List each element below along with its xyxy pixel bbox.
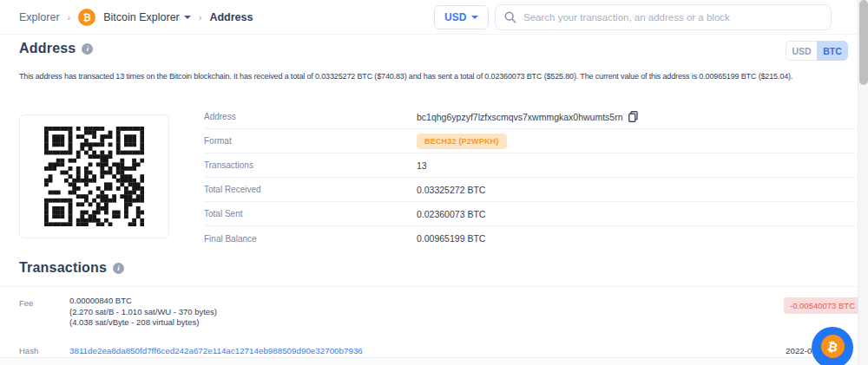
currency-display-toggle: USD BTC	[786, 41, 848, 61]
floating-bitcoin-widget-button[interactable]: ₿	[812, 327, 853, 365]
row-label: Final Balance	[204, 234, 417, 244]
fee-rate-line-2: (4.038 sat/vByte - 208 virtual bytes)	[69, 317, 217, 329]
total-received-value: 0.03325272 BTC	[417, 185, 485, 195]
transactions-title: Transactions	[19, 260, 107, 276]
chevron-down-icon	[471, 16, 478, 19]
qr-code-image	[44, 127, 144, 226]
format-badge: BECH32 (P2WPKH)	[417, 134, 507, 149]
currency-selector-button[interactable]: USD	[434, 5, 489, 29]
breadcrumb-separator-icon: ›	[199, 12, 202, 23]
fee-label: Fee	[19, 298, 33, 308]
balance-change-badge: -0.00540073 BTC	[784, 297, 861, 314]
fee-rate-line-1: (2.270 sat/B - 1.010 sat/WU - 370 bytes)	[69, 307, 217, 318]
transactions-section-header: Transactions i	[19, 260, 124, 276]
hash-label: Hash	[19, 346, 38, 355]
table-row-total-received: Total Received 0.03325272 BTC	[204, 178, 855, 202]
table-row-format: Format BECH32 (P2WPKH)	[204, 129, 855, 153]
search-icon	[504, 11, 516, 23]
table-row-total-sent: Total Sent 0.02360073 BTC	[204, 202, 855, 226]
address-details-table: Address bc1qhg6ypzyf7lzfxscmqvs7xwmmgkax…	[204, 105, 855, 251]
breadcrumb-separator-icon: ›	[68, 12, 71, 23]
toggle-btc-button[interactable]: BTC	[817, 41, 848, 61]
total-sent-value: 0.02360073 BTC	[417, 209, 485, 219]
table-row-address: Address bc1qhg6ypzyf7lzfxscmqvs7xwmmgkax…	[204, 105, 855, 129]
scrollbar-thumb[interactable]	[859, 0, 868, 85]
qr-code-card	[19, 114, 169, 238]
transactions-count: 13	[417, 160, 427, 171]
currency-selector-label: USD	[444, 11, 466, 23]
bitcoin-logo-icon: ₿	[78, 9, 95, 26]
table-row-final-balance: Final Balance 0.00965199 BTC	[204, 226, 855, 251]
breadcrumb-explorer-link[interactable]: Explorer	[19, 11, 60, 23]
fee-details: 0.00000840 BTC (2.270 sat/B - 1.010 sat/…	[69, 296, 217, 329]
copy-icon[interactable]	[628, 111, 638, 122]
fee-btc-amount: 0.00000840 BTC	[69, 296, 217, 307]
transaction-hash-link[interactable]: 3811de2ea8da850fd7ff6ced242a672e114ac127…	[69, 346, 363, 355]
address-summary-text: This address has transacted 13 times on …	[19, 72, 858, 81]
toggle-usd-button[interactable]: USD	[786, 41, 817, 61]
address-value: bc1qhg6ypzyf7lzfxscmqvs7xwmmgkax0hwumts5…	[417, 112, 623, 122]
address-section-header: Address i	[19, 41, 93, 56]
info-icon[interactable]: i	[113, 263, 124, 274]
divider	[0, 286, 858, 287]
row-label: Total Sent	[204, 209, 417, 218]
search-input[interactable]	[523, 12, 822, 23]
chevron-down-icon	[184, 16, 191, 19]
page-title: Address	[19, 41, 76, 56]
search-bar[interactable]	[495, 4, 832, 30]
info-icon[interactable]: i	[82, 43, 93, 55]
bitcoin-icon: ₿	[819, 332, 846, 360]
final-balance-value: 0.00965199 BTC	[417, 233, 485, 244]
breadcrumb-bitcoin-explorer-dropdown[interactable]: Bitcoin Explorer	[103, 11, 191, 23]
table-row-transactions: Transactions 13	[204, 153, 855, 178]
breadcrumb-current-page: Address	[209, 11, 253, 23]
row-label: Address	[204, 112, 417, 121]
breadcrumb-bitcoin-explorer-label: Bitcoin Explorer	[103, 11, 180, 23]
row-label: Transactions	[204, 160, 417, 170]
vertical-scrollbar[interactable]	[858, 0, 868, 365]
section-bottom-strip	[0, 357, 858, 365]
breadcrumb: Explorer › ₿ Bitcoin Explorer › Address	[0, 9, 253, 26]
row-label: Format	[204, 136, 417, 146]
row-label: Total Received	[204, 185, 417, 194]
